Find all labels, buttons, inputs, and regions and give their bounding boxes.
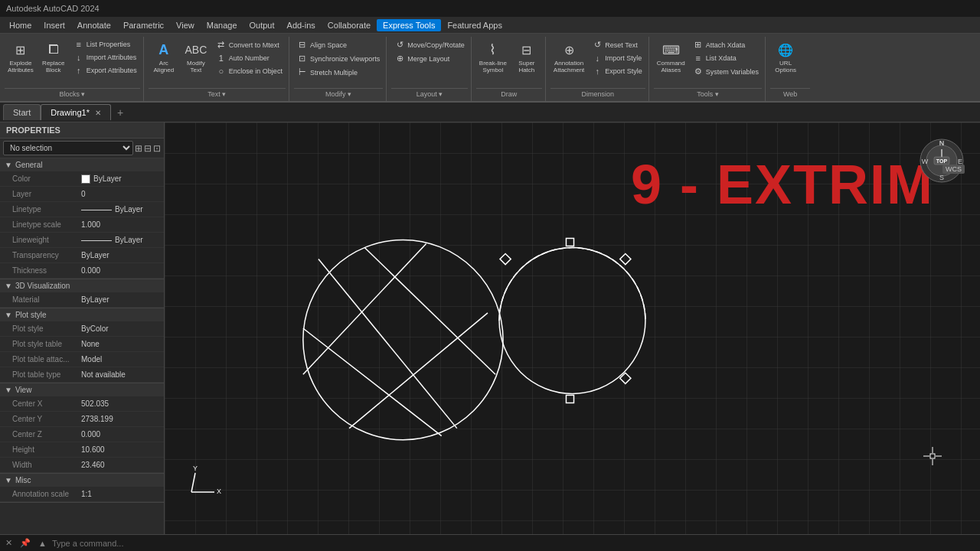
menu-insert[interactable]: Insert <box>38 19 71 31</box>
center-y-value: 2738.199 <box>81 415 159 423</box>
enclose-icon: ○ <box>216 67 227 76</box>
text-label: Text ▾ <box>149 88 286 99</box>
compass: N S W E TOP <box>919 138 965 184</box>
modify-text-button[interactable]: ABC ModifyText <box>181 38 211 77</box>
list-properties-button[interactable]: ≡ List Properties <box>70 38 140 51</box>
explode-attributes-button[interactable]: ⊞ ExplodeAttributes <box>5 38 37 77</box>
properties-title: PROPERTIES <box>0 122 164 139</box>
cmd-expand-btn[interactable]: ▲ <box>36 538 49 549</box>
enclose-object-button[interactable]: ○ Enclose in Object <box>213 65 286 77</box>
menu-annotate[interactable]: Annotate <box>71 19 117 31</box>
system-variables-button[interactable]: ⚙ System Variables <box>690 65 762 78</box>
props-icon-1[interactable]: ⊞ <box>135 143 142 154</box>
sync-viewports-button[interactable]: ⊡ Synchronize Viewports <box>294 52 383 65</box>
menu-bar: Home Insert Annotate Parametric View Man… <box>0 17 980 34</box>
selection-dropdown[interactable]: No selection <box>3 141 133 155</box>
annotation-scale-row: Annotation scale 1:1 <box>0 487 164 502</box>
hatch-icon: ⊟ <box>518 41 536 59</box>
list-icon: ≡ <box>74 40 84 49</box>
export-attributes-button[interactable]: ↑ Export Attributes <box>70 64 140 77</box>
plot-collapse-icon: ▼ <box>5 311 12 319</box>
menu-output[interactable]: Output <box>243 19 281 31</box>
cmd-pin-btn[interactable]: 📌 <box>18 537 33 549</box>
tab-drawing1[interactable]: Drawing1* ✕ <box>41 104 111 120</box>
web-label: Web <box>770 88 810 99</box>
transparency-value: ByLayer <box>81 251 159 259</box>
auto-number-button[interactable]: 1 Auto Number <box>213 52 286 64</box>
ucs-icon: X Y <box>188 458 226 496</box>
center-z-value: 0.000 <box>81 430 159 439</box>
menu-view[interactable]: View <box>170 19 201 31</box>
convert-mtext-button[interactable]: ⇄ Convert to Mtext <box>213 38 286 51</box>
replace-block-button[interactable]: ⧠ ReplaceBlock <box>38 38 69 77</box>
transparency-label: Transparency <box>12 251 81 259</box>
import-attr-icon: ↓ <box>74 53 84 62</box>
replace-icon: ⧠ <box>44 41 63 59</box>
url-options-button[interactable]: 🌐 URLOptions <box>770 38 801 77</box>
plot-label: Plot style <box>15 311 47 319</box>
general-header[interactable]: ▼ General <box>0 158 164 171</box>
super-hatch-button[interactable]: ⊟ SuperHatch <box>511 38 542 77</box>
svg-text:S: S <box>939 174 944 181</box>
plot-table-attach-row: Plot table attac... Model <box>0 352 164 367</box>
arc-aligned-button[interactable]: A ArcAligned <box>149 38 179 77</box>
menu-parametric[interactable]: Parametric <box>117 19 170 31</box>
3d-header[interactable]: ▼ 3D Visualization <box>0 279 164 292</box>
menu-expresstools[interactable]: Express Tools <box>377 19 441 31</box>
reset-text-icon: ↺ <box>592 40 603 50</box>
menu-addins[interactable]: Add-ins <box>281 19 322 31</box>
plot-table-type-row: Plot table type Not available <box>0 367 164 383</box>
move-copy-rotate-button[interactable]: ↺ Move/Copy/Rotate <box>391 38 468 51</box>
stretch-multiple-button[interactable]: ⊢ Stretch Multiple <box>294 66 383 79</box>
center-x-label: Center X <box>12 399 81 408</box>
layer-value: 0 <box>81 190 159 198</box>
svg-rect-11 <box>500 253 511 264</box>
title-text: Autodesk AutoCAD 2024 <box>6 4 100 13</box>
import-attributes-button[interactable]: ↓ Import Attributes <box>70 51 140 64</box>
center-y-label: Center Y <box>12 415 81 423</box>
command-input[interactable] <box>52 539 977 548</box>
list-xdata-icon: ≡ <box>693 54 704 63</box>
general-label: General <box>15 161 43 169</box>
command-aliases-button[interactable]: ⌨ CommandAliases <box>654 38 688 77</box>
color-swatch <box>81 174 90 184</box>
sys-vars-icon: ⚙ <box>693 67 704 77</box>
cmd-close-btn[interactable]: ✕ <box>3 537 15 549</box>
transparency-row: Transparency ByLayer <box>0 248 164 263</box>
menu-manage[interactable]: Manage <box>201 19 243 31</box>
linetype-scale-label: Linetype scale <box>12 220 81 229</box>
general-section: ▼ General Color ByLayer Layer 0 Linetype <box>0 158 164 279</box>
props-icon-3[interactable]: ⊡ <box>153 143 161 154</box>
reset-text-button[interactable]: ↺ Reset Text <box>589 38 645 51</box>
tab-close-drawing1[interactable]: ✕ <box>95 109 101 117</box>
svg-rect-7 <box>566 238 573 246</box>
align-space-button[interactable]: ⊟ Align Space <box>294 38 383 51</box>
tab-start[interactable]: Start <box>3 104 41 120</box>
merge-layout-button[interactable]: ⊕ Merge Layout <box>391 52 468 65</box>
menu-featuredapps[interactable]: Featured Apps <box>441 19 508 31</box>
attach-xdata-button[interactable]: ⊞ Attach Xdata <box>690 38 762 51</box>
align-icon: ⊟ <box>297 40 308 50</box>
misc-header[interactable]: ▼ Misc <box>0 474 164 487</box>
tab-add-button[interactable]: + <box>111 103 129 122</box>
props-icon-2[interactable]: ⊟ <box>144 143 152 154</box>
export-style-button[interactable]: ↑ Export Style <box>589 65 645 77</box>
plot-header[interactable]: ▼ Plot style <box>0 308 164 321</box>
breakline-symbol-button[interactable]: ⌇ Break-lineSymbol <box>476 38 510 77</box>
color-row: Color ByLayer <box>0 171 164 187</box>
plot-table-attach-label: Plot table attac... <box>12 355 81 364</box>
svg-text:X: X <box>217 487 221 495</box>
menu-home[interactable]: Home <box>3 19 38 31</box>
view-header[interactable]: ▼ View <box>0 383 164 396</box>
canvas-area[interactable]: 9 - EXTRIM N S W E TOP WCS X Y <box>165 122 980 534</box>
export-style-icon: ↑ <box>592 67 603 76</box>
view-collapse-icon: ▼ <box>5 386 12 394</box>
linetype-label: Linetype <box>12 205 81 214</box>
import-style-button[interactable]: ↓ Import Style <box>589 52 645 64</box>
annotation-attachment-button[interactable]: ⊕ AnnotationAttachment <box>550 38 587 77</box>
list-xdata-button[interactable]: ≡ List Xdata <box>690 52 762 64</box>
wcs-badge: WCS <box>942 165 965 174</box>
ribbon-group-blocks: ⊞ ExplodeAttributes ⧠ ReplaceBlock ≡ Lis… <box>2 37 144 101</box>
menu-collaborate[interactable]: Collaborate <box>322 19 377 31</box>
url-icon: 🌐 <box>776 41 795 59</box>
